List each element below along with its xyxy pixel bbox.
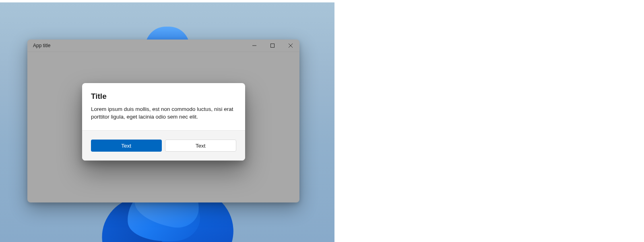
content-dialog: Title Lorem ipsum duis mollis, est non c… — [82, 83, 245, 161]
dialog-title: Title — [91, 92, 236, 101]
dialog-secondary-label: Text — [196, 143, 206, 149]
dialog-secondary-button[interactable]: Text — [165, 140, 237, 152]
dialog-primary-label: Text — [121, 143, 131, 149]
dialog-body: Title Lorem ipsum duis mollis, est non c… — [82, 83, 245, 130]
window-controls — [245, 40, 299, 52]
close-button[interactable] — [281, 40, 299, 52]
dialog-text: Lorem ipsum duis mollis, est non commodo… — [91, 106, 236, 121]
dialog-footer: Text Text — [82, 130, 245, 161]
maximize-button[interactable] — [263, 40, 281, 52]
maximize-icon — [270, 44, 275, 48]
close-icon — [289, 44, 293, 48]
window-title: App title — [33, 43, 50, 48]
desktop-wallpaper: App title — [0, 2, 334, 242]
app-window: App title — [27, 40, 299, 202]
dialog-primary-button[interactable]: Text — [91, 140, 162, 152]
svg-rect-1 — [270, 44, 274, 48]
titlebar[interactable]: App title — [27, 40, 299, 52]
minimize-icon — [252, 44, 256, 48]
minimize-button[interactable] — [245, 40, 263, 52]
